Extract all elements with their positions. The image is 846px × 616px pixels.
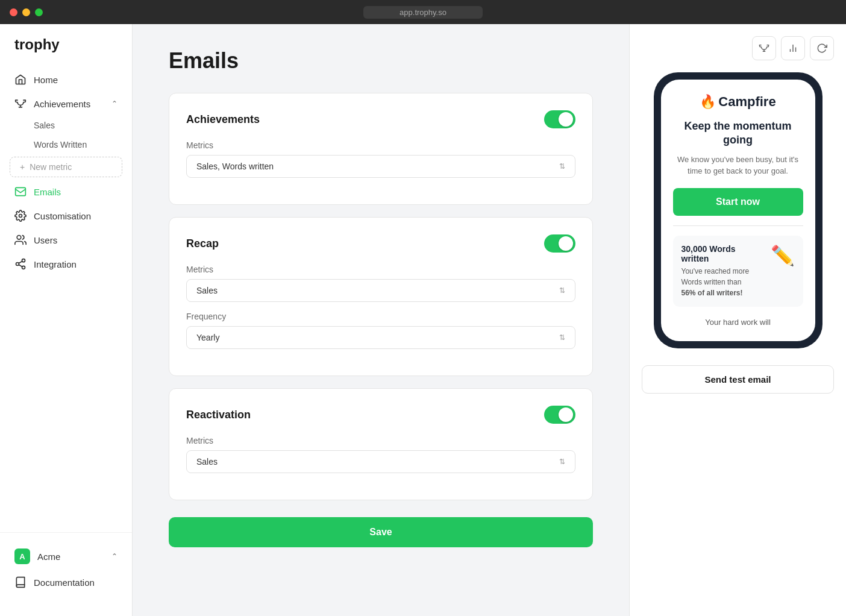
sidebar-item-emails[interactable]: Emails xyxy=(0,180,132,204)
sidebar-item-customisation[interactable]: Customisation xyxy=(0,204,132,228)
send-test-email-button[interactable]: Send test email xyxy=(642,365,834,394)
recap-metrics-chevrons-icon: ⇅ xyxy=(559,286,565,295)
url-bar[interactable]: app.trophy.so xyxy=(363,6,483,19)
logo: trophy xyxy=(0,36,132,68)
achievements-metrics-value: Sales, Words written xyxy=(196,162,274,171)
achievement-highlight: 56% of all writers! xyxy=(682,289,743,297)
reactivation-metrics-label: Metrics xyxy=(186,436,575,445)
sidebar-item-achievements-label: Achievements xyxy=(34,99,90,109)
svg-point-1 xyxy=(19,215,22,218)
reactivation-metrics-select[interactable]: Sales ⇅ xyxy=(186,450,575,473)
close-dot[interactable] xyxy=(10,8,17,16)
preview-panel: 🔥 Campfire Keep the momentum going We kn… xyxy=(629,24,846,616)
recap-frequency-label: Frequency xyxy=(186,312,575,321)
recap-frequency-select[interactable]: Yearly ⇅ xyxy=(186,326,575,349)
campfire-logo: 🔥 Campfire xyxy=(673,94,803,110)
plus-icon: + xyxy=(20,162,25,172)
recap-card: Recap Metrics Sales ⇅ Frequency Yearly ⇅ xyxy=(169,217,593,376)
phone-mockup: 🔥 Campfire Keep the momentum going We kn… xyxy=(654,72,822,348)
window-controls xyxy=(10,8,43,16)
achievements-toggle[interactable] xyxy=(544,110,575,128)
svg-line-7 xyxy=(19,261,22,263)
sidebar-item-sales[interactable]: Sales xyxy=(0,116,132,135)
sidebar-item-users-label: Users xyxy=(34,235,57,245)
brand-name: Campfire xyxy=(718,94,776,110)
recap-metrics-value: Sales xyxy=(196,286,218,295)
workspace-chevron-icon: ⌃ xyxy=(111,552,118,561)
main-content: Emails Achievements Metrics Sales, Words… xyxy=(133,24,629,616)
docs-icon xyxy=(14,576,27,588)
phone-brand-area: 🔥 Campfire xyxy=(673,94,803,110)
integration-icon xyxy=(14,258,27,270)
chevron-down-icon: ⌃ xyxy=(111,99,118,108)
phone-divider xyxy=(673,225,803,226)
achievement-card: 30,000 Words written You've reached more… xyxy=(673,236,803,307)
recap-metrics-label: Metrics xyxy=(186,265,575,274)
sidebar-item-integration-label: Integration xyxy=(34,259,77,269)
achievements-metrics-select[interactable]: Sales, Words written ⇅ xyxy=(186,155,575,178)
sidebar-item-users[interactable]: Users xyxy=(0,228,132,252)
svg-rect-0 xyxy=(16,187,26,195)
workspace-label: Acme xyxy=(37,552,60,562)
recap-frequency-chevrons-icon: ⇅ xyxy=(559,333,565,342)
preview-toolbar xyxy=(642,36,834,60)
select-chevrons-icon: ⇅ xyxy=(559,162,565,171)
phone-subtext: We know you've been busy, but it's time … xyxy=(673,154,803,177)
sidebar-item-integration[interactable]: Integration xyxy=(0,252,132,276)
sidebar-item-home[interactable]: Home xyxy=(0,68,132,92)
phone-cutoff-text: Your hard work will xyxy=(673,313,803,327)
reactivation-metrics-value: Sales xyxy=(196,457,218,467)
recap-toggle[interactable] xyxy=(544,234,575,253)
achievements-card-header: Achievements xyxy=(186,110,575,128)
phone-headline: Keep the momentum going xyxy=(673,119,803,148)
sidebar-item-docs-label: Documentation xyxy=(34,577,95,588)
recap-card-title: Recap xyxy=(186,237,219,250)
reactivation-chevrons-icon: ⇅ xyxy=(559,457,565,466)
trophy-icon xyxy=(14,98,27,110)
achievement-text: 30,000 Words written You've reached more… xyxy=(682,244,763,298)
achievement-emoji: ✏️ xyxy=(771,244,795,267)
achievements-card-title: Achievements xyxy=(186,113,260,126)
preview-trophy-button[interactable] xyxy=(752,36,776,60)
sidebar: trophy Home Achievements ⌃ xyxy=(0,24,133,616)
sidebar-item-workspace[interactable]: A Acme ⌃ xyxy=(0,542,132,570)
reactivation-card-title: Reactivation xyxy=(186,409,251,421)
recap-frequency-value: Yearly xyxy=(196,333,219,342)
preview-refresh-button[interactable] xyxy=(810,36,834,60)
achievement-title: 30,000 Words written xyxy=(682,244,763,263)
sidebar-bottom: A Acme ⌃ Documentation xyxy=(0,532,132,604)
phone-screen: 🔥 Campfire Keep the momentum going We kn… xyxy=(661,80,815,341)
sidebar-item-emails-label: Emails xyxy=(34,187,61,197)
minimize-dot[interactable] xyxy=(22,8,30,16)
fire-icon: 🔥 xyxy=(700,94,716,110)
sidebar-item-achievements[interactable]: Achievements ⌃ xyxy=(0,92,132,116)
app-layout: trophy Home Achievements ⌃ xyxy=(0,24,846,616)
users-icon xyxy=(14,234,27,246)
reactivation-card-header: Reactivation xyxy=(186,406,575,424)
start-now-button[interactable]: Start now xyxy=(673,188,803,216)
preview-chart-button[interactable] xyxy=(781,36,805,60)
achievements-metrics-label: Metrics xyxy=(186,140,575,150)
reactivation-card: Reactivation Metrics Sales ⇅ xyxy=(169,388,593,500)
customisation-icon xyxy=(14,210,27,222)
page-title: Emails xyxy=(169,48,593,74)
save-button[interactable]: Save xyxy=(169,517,593,547)
sidebar-item-new-metric[interactable]: + New metric xyxy=(10,157,122,177)
workspace-icon: A xyxy=(14,548,30,564)
maximize-dot[interactable] xyxy=(35,8,43,16)
email-icon xyxy=(14,186,27,198)
new-metric-label: New metric xyxy=(30,162,72,172)
sidebar-item-home-label: Home xyxy=(34,75,58,85)
recap-card-header: Recap xyxy=(186,234,575,253)
recap-metrics-select[interactable]: Sales ⇅ xyxy=(186,279,575,302)
svg-point-2 xyxy=(17,236,21,240)
reactivation-toggle[interactable] xyxy=(544,406,575,424)
achievement-body: You've reached more Words written than 5… xyxy=(682,266,763,298)
achievements-card: Achievements Metrics Sales, Words writte… xyxy=(169,93,593,205)
sidebar-item-customisation-label: Customisation xyxy=(34,211,91,221)
titlebar: app.trophy.so xyxy=(0,0,846,24)
sidebar-item-words-written[interactable]: Words Written xyxy=(0,135,132,154)
sidebar-item-documentation[interactable]: Documentation xyxy=(0,570,132,594)
home-icon xyxy=(14,74,27,86)
svg-line-6 xyxy=(19,265,22,266)
